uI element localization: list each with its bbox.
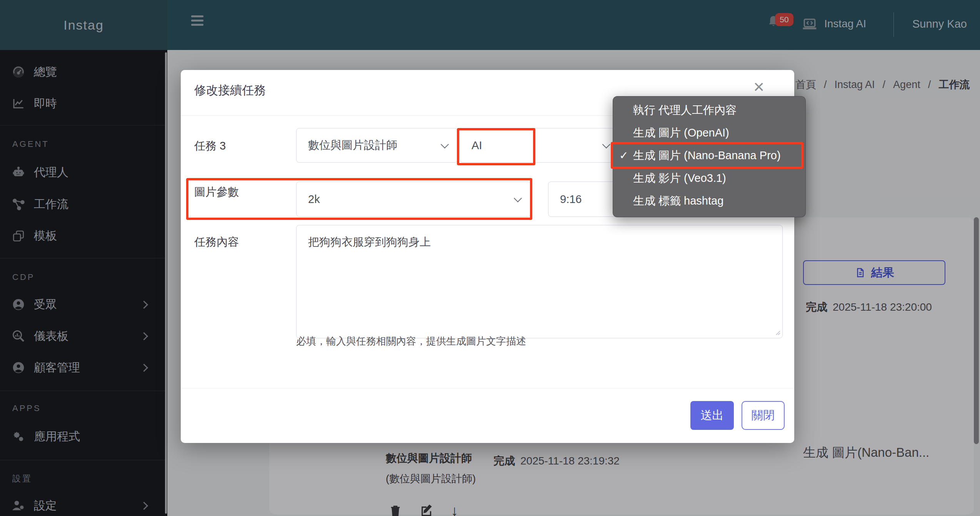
- dropdown-option-run-agent[interactable]: 執行 代理人工作內容: [613, 99, 805, 122]
- dropdown-option-hashtag[interactable]: 生成 標籤 hashtag: [613, 190, 805, 212]
- task-mode-select[interactable]: AI: [460, 128, 619, 163]
- modal-footer-divider: [181, 388, 794, 388]
- aspect-ratio-select-value: 9:16: [560, 193, 582, 206]
- dropdown-option-label: 生成 標籤 hashtag: [633, 193, 723, 209]
- submit-button[interactable]: 送出: [690, 401, 734, 430]
- resolution-select-value: 2k: [308, 193, 320, 206]
- task-type-dropdown-popup: 執行 代理人工作內容 生成 圖片 (OpenAI) ✓ 生成 圖片 (Nano-…: [613, 96, 806, 217]
- dropdown-option-label: 生成 影片 (Veo3.1): [633, 171, 726, 186]
- dropdown-option-video-veo[interactable]: 生成 影片 (Veo3.1): [613, 167, 805, 190]
- chevron-down-icon: [602, 140, 610, 148]
- chevron-down-icon: [514, 194, 522, 202]
- image-params-label: 圖片參數: [194, 185, 239, 200]
- app-screen: 首頁 / Instag AI / Agent / 工作流 生成 圖片(Nano-…: [0, 0, 980, 516]
- task-mode-select-value: AI: [472, 139, 482, 152]
- dropdown-option-label: 執行 代理人工作內容: [633, 103, 737, 118]
- task-content-label: 任務內容: [194, 235, 239, 250]
- task-label: 任務 3: [194, 138, 226, 154]
- check-icon: ✓: [619, 149, 628, 162]
- resolution-select[interactable]: 2k: [296, 181, 531, 217]
- chevron-down-icon: [441, 140, 449, 148]
- close-button[interactable]: 關閉: [742, 401, 785, 430]
- agent-select[interactable]: 數位與圖片設計師: [296, 128, 458, 163]
- dropdown-option-label: 生成 圖片 (OpenAI): [633, 125, 729, 141]
- dropdown-option-image-nano-banana-pro[interactable]: ✓ 生成 圖片 (Nano-Banana Pro): [613, 144, 805, 167]
- modal-title: 修改接續任務: [194, 82, 266, 98]
- dropdown-option-label: 生成 圖片 (Nano-Banana Pro): [633, 148, 781, 163]
- resize-handle-icon[interactable]: [773, 328, 780, 335]
- agent-select-value: 數位與圖片設計師: [308, 138, 397, 153]
- dropdown-option-image-openai[interactable]: 生成 圖片 (OpenAI): [613, 122, 805, 144]
- helper-text: 必填，輸入與任務相關內容，提供生成圖片文字描述: [296, 335, 526, 348]
- task-content-input[interactable]: 把狗狗衣服穿到狗狗身上: [296, 225, 783, 338]
